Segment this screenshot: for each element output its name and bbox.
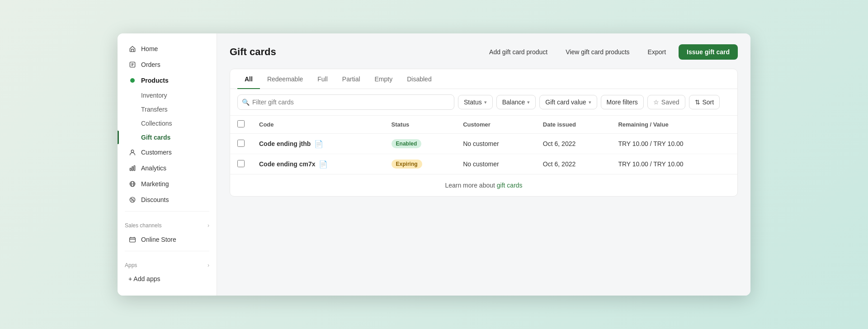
add-gift-card-product-button[interactable]: Add gift card product <box>484 45 553 59</box>
row-date-issued-0: Oct 6, 2022 <box>536 134 611 154</box>
tab-partial[interactable]: Partial <box>335 69 368 89</box>
sidebar-item-transfers-label: Transfers <box>141 106 168 113</box>
gift-cards-card: All Redeemable Full Partial Empty Disabl… <box>230 69 738 197</box>
sidebar-item-marketing[interactable]: Marketing <box>121 176 213 192</box>
status-caret-icon: ▾ <box>484 99 487 105</box>
row-status-0: Enabled <box>384 134 456 154</box>
status-column-header: Status <box>384 116 456 134</box>
row-checkbox-0[interactable] <box>237 140 245 147</box>
search-input[interactable] <box>237 94 454 110</box>
sales-channels-label: Sales channels <box>125 222 161 229</box>
doc-icon-0: 📄 <box>314 140 323 148</box>
gift-card-value-filter-button[interactable]: Gift card value ▾ <box>539 95 597 109</box>
sidebar-item-products-label: Products <box>141 77 169 84</box>
issue-gift-card-button[interactable]: Issue gift card <box>679 44 738 60</box>
main-content: Gift cards Add gift card product View gi… <box>217 33 750 296</box>
sidebar-item-discounts[interactable]: Discounts <box>121 192 213 207</box>
sidebar-item-orders[interactable]: Orders <box>121 57 213 72</box>
row-code-1[interactable]: Code ending cm7x 📄 <box>252 154 384 174</box>
status-filter-button[interactable]: Status ▾ <box>458 95 493 109</box>
select-all-header <box>230 116 252 134</box>
balance-filter-button[interactable]: Balance ▾ <box>496 95 536 109</box>
footer-text: Learn more about <box>445 182 496 189</box>
products-icon <box>128 76 137 85</box>
status-badge-1: Expiring <box>392 160 422 169</box>
search-wrapper: 🔍 <box>237 94 454 110</box>
tab-redeemable[interactable]: Redeemable <box>260 69 310 89</box>
code-column-header: Code <box>252 116 384 134</box>
search-icon: 🔍 <box>242 99 250 106</box>
apps-section: Apps › <box>118 255 217 271</box>
sort-icon: ⇅ <box>695 99 700 106</box>
home-icon <box>128 45 137 53</box>
discounts-icon <box>128 196 137 204</box>
svg-rect-2 <box>130 168 131 171</box>
star-icon: ☆ <box>653 99 659 106</box>
export-button[interactable]: Export <box>642 45 671 59</box>
sidebar-item-gift-cards[interactable]: Gift cards <box>121 131 213 144</box>
marketing-icon <box>128 180 137 188</box>
row-checkbox-cell-0 <box>230 134 252 154</box>
analytics-icon <box>128 164 137 172</box>
page-header: Gift cards Add gift card product View gi… <box>230 44 738 60</box>
customer-column-header: Customer <box>456 116 536 134</box>
header-actions: Add gift card product View gift card pro… <box>484 44 738 60</box>
gift-card-value-caret-icon: ▾ <box>589 99 591 105</box>
gift-cards-table: Code Status Customer Date issued <box>230 116 737 174</box>
svg-point-10 <box>133 200 134 201</box>
row-customer-1: No customer <box>456 154 536 174</box>
sidebar-item-collections[interactable]: Collections <box>121 117 213 130</box>
row-code-0[interactable]: Code ending jthb 📄 <box>252 134 384 154</box>
row-status-1: Expiring <box>384 154 456 174</box>
sidebar-item-home[interactable]: Home <box>121 41 213 56</box>
sidebar-item-add-apps[interactable]: + Add apps <box>121 272 213 286</box>
sidebar-item-products[interactable]: Products <box>121 73 213 88</box>
table-row: Code ending jthb 📄 Enabled No customer O… <box>230 134 737 154</box>
sidebar-item-orders-label: Orders <box>141 61 160 68</box>
apps-chevron-icon[interactable]: › <box>208 262 209 268</box>
online-store-icon <box>128 235 137 244</box>
sidebar-divider-2 <box>125 251 209 251</box>
remaining-value-column-header: Remaining / Value <box>611 116 737 134</box>
tab-disabled[interactable]: Disabled <box>400 69 439 89</box>
table-footer: Learn more about gift cards <box>230 174 737 196</box>
tab-all[interactable]: All <box>237 69 260 89</box>
sidebar-item-transfers[interactable]: Transfers <box>121 103 213 116</box>
apps-label: Apps <box>125 262 137 268</box>
sidebar-item-inventory[interactable]: Inventory <box>121 89 213 102</box>
sidebar-item-gift-cards-label: Gift cards <box>141 134 170 141</box>
doc-icon-1: 📄 <box>319 160 328 169</box>
saved-button[interactable]: ☆ Saved <box>647 95 685 109</box>
balance-caret-icon: ▾ <box>527 99 530 105</box>
sidebar-item-analytics-label: Analytics <box>141 164 166 172</box>
sales-channels-chevron-icon[interactable]: › <box>208 222 209 229</box>
svg-point-9 <box>131 198 132 199</box>
sidebar-item-online-store[interactable]: Online Store <box>121 232 213 247</box>
sidebar-item-customers-label: Customers <box>141 149 172 156</box>
page-title: Gift cards <box>230 46 276 58</box>
more-filters-button[interactable]: More filters <box>601 95 644 109</box>
row-date-issued-1: Oct 6, 2022 <box>536 154 611 174</box>
tabs-bar: All Redeemable Full Partial Empty Disabl… <box>230 69 737 89</box>
sort-button[interactable]: ⇅ Sort <box>689 95 720 109</box>
view-gift-card-products-button[interactable]: View gift card products <box>560 45 635 59</box>
gift-cards-link[interactable]: gift cards <box>497 182 523 189</box>
date-issued-column-header: Date issued <box>536 116 611 134</box>
tab-empty[interactable]: Empty <box>368 69 400 89</box>
row-checkbox-cell-1 <box>230 154 252 174</box>
sidebar-item-online-store-label: Online Store <box>141 236 176 243</box>
row-customer-0: No customer <box>456 134 536 154</box>
select-all-checkbox[interactable] <box>237 120 245 127</box>
status-badge-0: Enabled <box>392 139 422 148</box>
sidebar: Home Orders Products Inventory Transfers <box>118 33 217 296</box>
sidebar-item-marketing-label: Marketing <box>141 180 169 188</box>
table-row: Code ending cm7x 📄 Expiring No customer … <box>230 154 737 174</box>
row-checkbox-1[interactable] <box>237 160 245 167</box>
sidebar-item-home-label: Home <box>141 45 158 52</box>
tab-full[interactable]: Full <box>310 69 335 89</box>
sidebar-item-add-apps-label: + Add apps <box>128 275 160 282</box>
sidebar-item-analytics[interactable]: Analytics <box>121 160 213 176</box>
sidebar-item-customers[interactable]: Customers <box>121 145 213 160</box>
sidebar-item-discounts-label: Discounts <box>141 196 169 203</box>
svg-point-1 <box>131 150 134 153</box>
